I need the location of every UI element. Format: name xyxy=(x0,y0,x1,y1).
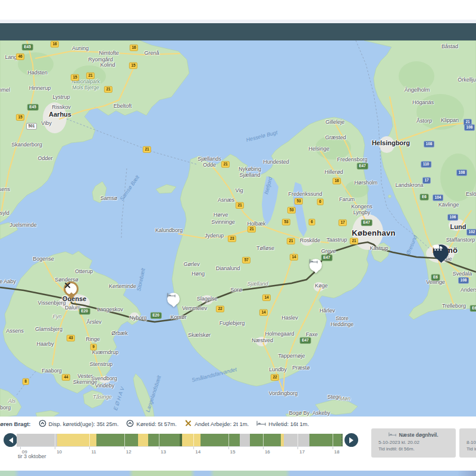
map-label: Hornsyld xyxy=(0,210,10,216)
route-shield: 14 xyxy=(259,309,268,316)
timeline-segment-none xyxy=(240,434,250,446)
map-label: E Ø H A V xyxy=(112,386,126,411)
map-label: Tølløse xyxy=(256,245,274,251)
route-shield: 44 xyxy=(62,374,70,381)
map-label: Ängelholm xyxy=(405,87,430,93)
map-label: Fredensborg xyxy=(337,156,367,162)
timeline-date: tir 3 oktober xyxy=(18,453,46,459)
route-shield: E47 xyxy=(300,337,311,344)
map-label: Ebeltoft xyxy=(114,103,132,109)
vehicle-position-marker[interactable] xyxy=(433,245,449,262)
route-shield: 43 xyxy=(67,335,75,342)
map-label: Båstad xyxy=(441,43,458,49)
map-label: København xyxy=(352,229,395,238)
map-label: Vordingborg xyxy=(269,390,298,396)
timeline-tick xyxy=(20,447,21,449)
map-label: Vig xyxy=(236,187,243,193)
timeline-segment-none xyxy=(284,434,309,446)
map-label: Fyn xyxy=(52,314,61,320)
secondary-map-strip xyxy=(0,471,476,476)
map-label: Helsingborg xyxy=(372,139,410,147)
route-shield: 22 xyxy=(216,306,224,312)
map-label: Gørlev xyxy=(184,261,200,267)
timeline-bar[interactable] xyxy=(17,434,343,446)
map-label: Hørve xyxy=(214,212,228,218)
map-label: Storebælt xyxy=(136,268,146,292)
map-label: Augustenborg xyxy=(0,405,11,411)
driver-stat-text: Hviletid: 16t 1m. xyxy=(268,421,309,427)
map-label: Dianalund xyxy=(216,265,240,271)
next-daily-rest-panel: Næste døgnhvil. 5-10-2023 kl. 20.02 Tid … xyxy=(371,428,456,458)
timeline-segment-drive xyxy=(201,434,240,446)
route-shield: 16 xyxy=(51,41,59,48)
rest-stop-marker-2[interactable] xyxy=(309,259,322,273)
route-shield: 23 xyxy=(228,236,236,242)
timeline-segment-drive xyxy=(96,434,138,446)
map-canvas[interactable]: LangåHadstenHinnerupHammelLystrupRisskov… xyxy=(0,40,476,416)
route-shield: 16 xyxy=(130,45,138,51)
map-label: Kværndrup xyxy=(92,349,119,355)
map-label: Nykøbing Sjælland xyxy=(239,166,261,178)
map-label: Frederikssund xyxy=(288,191,322,197)
timeline-hour-gridline xyxy=(298,434,298,446)
timeline-tick-label: 16 xyxy=(265,449,270,455)
route-shield: 21 xyxy=(236,202,244,209)
map-label: Skanderborg xyxy=(11,142,42,148)
route-shield: 21 xyxy=(104,86,112,93)
panel-countdown: Tid indtil: 6t 56m. xyxy=(371,446,456,452)
driver-stat-text: Disp. køretid(uge): 35t 25m. xyxy=(49,421,119,427)
route-shield: 53 xyxy=(282,219,290,226)
driver-stat: Hviletid: 16t 1m. xyxy=(256,419,309,428)
route-shield: E20 xyxy=(151,312,162,319)
timeline-tick xyxy=(228,447,229,449)
map-label: Lund xyxy=(450,223,466,231)
route-shield: 21 xyxy=(221,161,230,168)
timeline-segment-work xyxy=(57,434,96,446)
route-shield: 57 xyxy=(242,257,250,264)
route-shield: E6 xyxy=(420,194,429,201)
route-shield: E6 xyxy=(431,274,440,281)
work-stop-marker[interactable] xyxy=(64,281,79,298)
timeline-tick-label: 11 xyxy=(91,449,96,455)
map-label: Langeskov xyxy=(97,306,123,312)
timeline-hour-gridline xyxy=(263,434,264,446)
map-label: Jyderup xyxy=(205,233,224,239)
map-label: Risskov xyxy=(52,104,71,110)
map-label: Langelandsbælt xyxy=(145,375,162,413)
route-shield: 21 xyxy=(287,238,295,245)
map-label: Hesselø Bugt xyxy=(246,129,278,143)
map-label: Lystrup xyxy=(52,94,70,100)
map-label: Hundested xyxy=(263,159,289,165)
map-label: Haslev xyxy=(281,315,298,321)
map-label: Stenstrup xyxy=(90,361,113,367)
timeline-tick xyxy=(333,447,333,449)
timeline-tick-label: 14 xyxy=(195,449,201,455)
route-shield: 9 xyxy=(90,344,97,350)
timeline-tick xyxy=(263,447,264,449)
timeline-hour-gridline xyxy=(55,434,55,446)
route-shield: 108 xyxy=(424,141,434,148)
map-label: Nyborg xyxy=(129,315,146,321)
route-shield: E65 xyxy=(470,305,476,312)
timeline-hour-gridline xyxy=(333,434,333,446)
route-shield: E47 xyxy=(361,220,372,226)
driver-stat: Køretid: 5t 57m. xyxy=(126,419,177,428)
map-label: Årslev xyxy=(86,319,101,325)
map-label: Kävlinge xyxy=(439,202,459,208)
route-shield: 106 xyxy=(447,214,458,221)
map-label: Slagelse xyxy=(197,296,218,302)
route-shield: 6 xyxy=(309,219,315,226)
timeline-segment-drive xyxy=(250,434,281,446)
map-label: Als xyxy=(8,398,16,404)
route-shield: 53 xyxy=(287,207,296,214)
map-label: Askeby xyxy=(312,410,330,416)
timeline-next-button[interactable] xyxy=(345,433,358,447)
route-shield: 104 xyxy=(433,195,443,201)
timeline-tick-label: 15 xyxy=(230,449,236,455)
map-label: Langå xyxy=(5,54,20,60)
map-label: Sjælland xyxy=(247,281,268,287)
rest-stop-marker-1[interactable] xyxy=(167,293,180,306)
map-label: Viby xyxy=(41,120,51,126)
panel-countdown: Tid indtil: xyxy=(459,446,476,452)
timeline-prev-button[interactable] xyxy=(4,433,17,447)
